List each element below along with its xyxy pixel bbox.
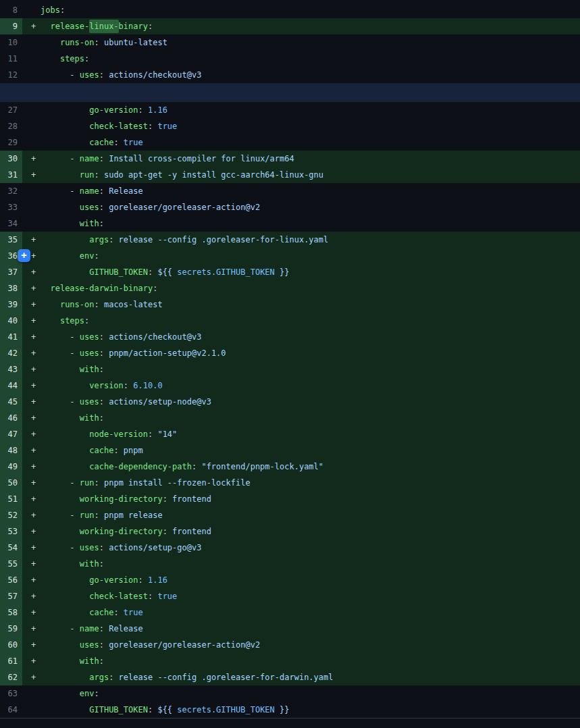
line-number[interactable]: 35 [0, 232, 22, 248]
diff-row: 34 with: [0, 215, 580, 232]
diff-row: 56+ go-version: 1.16 [0, 572, 580, 588]
code-token: : [148, 122, 157, 131]
line-number[interactable]: 57 [0, 588, 22, 604]
code-line: with: [41, 410, 580, 426]
line-number[interactable]: 42 [0, 345, 22, 361]
code-token: : [109, 673, 118, 682]
add-comment-button[interactable]: + [18, 249, 30, 262]
line-number[interactable]: 33 [0, 199, 22, 215]
diff-marker: + [22, 604, 41, 621]
code-line: GITHUB_TOKEN: ${{ secrets.GITHUB_TOKEN }… [41, 702, 580, 718]
expand-hunk-row[interactable] [0, 83, 580, 102]
diff-marker: + [22, 296, 41, 313]
code-token: - [70, 70, 79, 80]
line-number[interactable]: 45 [0, 394, 22, 410]
line-number[interactable]: 9 [0, 18, 22, 34]
diff-row: 8jobs: [0, 2, 580, 18]
code-token: : [99, 348, 109, 358]
code-token: actions/checkout@v3 [109, 70, 201, 80]
line-number[interactable]: 44 [0, 378, 22, 394]
line-number[interactable]: 50 [0, 475, 22, 491]
line-number[interactable]: 54 [0, 540, 22, 556]
diff-row: 40+ steps: [0, 313, 580, 329]
line-number[interactable]: 38 [0, 280, 22, 296]
code-line: with: [41, 215, 580, 232]
diff-row: 60+ uses: goreleaser/goreleaser-action@v… [0, 637, 580, 653]
line-number[interactable]: 64 [0, 702, 22, 718]
code-line: - run: pnpm install --frozen-lockfile [41, 475, 580, 491]
code-token: true [124, 608, 143, 617]
line-number[interactable]: 55 [0, 556, 22, 572]
line-number[interactable]: 43 [0, 361, 22, 378]
line-number[interactable]: 28 [0, 118, 22, 134]
line-number[interactable]: 41 [0, 329, 22, 345]
diff-marker [22, 215, 41, 232]
line-number[interactable]: 47 [0, 426, 22, 442]
line-number[interactable]: 10 [0, 34, 22, 51]
code-token: cache [89, 138, 113, 147]
code-token: : [99, 640, 109, 650]
code-line: - uses: actions/setup-go@v3 [41, 540, 580, 556]
diff-marker: + [22, 378, 41, 394]
line-number[interactable]: 12 [0, 67, 22, 83]
line-number[interactable]: 39 [0, 296, 22, 313]
line-number[interactable]: 34 [0, 215, 22, 232]
diff-marker: + [22, 280, 41, 296]
code-token: env [80, 689, 95, 698]
code-token: : [84, 316, 89, 326]
code-token: frontend [172, 527, 211, 536]
code-token: run [80, 478, 95, 488]
line-number[interactable]: 56 [0, 572, 22, 588]
code-line: with: [41, 361, 580, 378]
line-number[interactable]: 60 [0, 637, 22, 653]
line-number[interactable]: 51 [0, 491, 22, 507]
code-token: 6.10.0 [133, 381, 162, 390]
line-number[interactable]: 53 [0, 523, 22, 540]
diff-view: 8jobs:9+ release-linux-binary:10 runs-on… [0, 0, 580, 718]
code-token: 1.16 [148, 575, 167, 585]
word-diff-highlight: linux- [89, 20, 118, 33]
line-number[interactable]: 58 [0, 604, 22, 621]
code-token: name [80, 186, 99, 196]
code-token: : [99, 332, 109, 342]
code-token: : [99, 413, 104, 423]
line-number[interactable]: 32 [0, 183, 22, 199]
line-number[interactable]: 37 [0, 264, 22, 280]
line-number[interactable]: 59 [0, 621, 22, 637]
line-number[interactable]: 48 [0, 442, 22, 459]
diff-row: 29 cache: true [0, 134, 580, 151]
code-token: Install cross-compiler for linux/arm64 [109, 154, 294, 163]
diff-row: 55+ with: [0, 556, 580, 572]
line-number[interactable]: 61 [0, 653, 22, 669]
diff-row: 48+ cache: pnpm [0, 442, 580, 459]
code-token: : [94, 689, 99, 698]
line-number[interactable]: 27 [0, 102, 22, 118]
code-token: - [70, 186, 79, 196]
code-token: env [80, 251, 95, 261]
code-token: : [148, 430, 157, 439]
line-number[interactable]: 11 [0, 51, 22, 67]
code-token: : [138, 105, 148, 115]
line-number[interactable]: 29 [0, 134, 22, 151]
code-line: working-directory: frontend [41, 491, 580, 507]
line-number[interactable]: 63 [0, 685, 22, 702]
diff-marker [22, 102, 41, 118]
line-number[interactable]: 8 [0, 2, 22, 18]
line-number[interactable]: 30 [0, 151, 22, 167]
line-number[interactable]: 40 [0, 313, 22, 329]
code-token: }} [275, 267, 290, 277]
code-line: go-version: 1.16 [41, 572, 580, 588]
line-number[interactable]: 49 [0, 459, 22, 475]
line-number[interactable]: 62 [0, 669, 22, 685]
line-number[interactable]: 31 [0, 167, 22, 183]
line-number[interactable]: 52 [0, 507, 22, 523]
diff-marker: + [22, 572, 41, 588]
code-line: check-latest: true [41, 588, 580, 604]
code-token: - [70, 154, 79, 163]
code-token: args [89, 673, 109, 682]
code-line: version: 6.10.0 [41, 378, 580, 394]
line-number[interactable]: 46 [0, 410, 22, 426]
code-token: true [124, 138, 143, 147]
code-token: runs-on [60, 300, 95, 309]
code-token: - [70, 543, 79, 552]
